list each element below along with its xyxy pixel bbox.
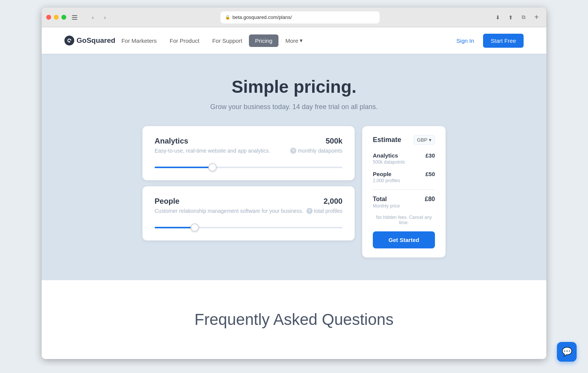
people-description: Customer relationship management softwar… xyxy=(155,208,303,214)
estimate-title: Estimate xyxy=(373,136,401,144)
nav-pricing[interactable]: Pricing xyxy=(249,34,278,47)
navbar: GoSquared For Marketers For Product For … xyxy=(42,27,546,54)
estimate-analytics-price: £30 xyxy=(425,152,435,159)
hero-subtitle: Grow your business today. 14 day free tr… xyxy=(49,103,539,111)
hero-section: Simple pricing. Grow your business today… xyxy=(42,54,546,126)
browser-nav-buttons: ‹ › xyxy=(88,12,110,23)
forward-button[interactable]: › xyxy=(100,12,110,23)
people-metric: ? total profiles xyxy=(307,208,342,214)
pricing-cards: Analytics 500k Easy-to-use, real-time we… xyxy=(142,126,355,258)
share-button[interactable]: ⬆ xyxy=(505,12,516,23)
sidebar-toggle-button[interactable] xyxy=(69,12,80,23)
close-button[interactable] xyxy=(46,15,51,20)
analytics-title: Analytics xyxy=(155,137,188,145)
analytics-info-icon[interactable]: ? xyxy=(290,148,296,154)
chevron-down-icon: ▾ xyxy=(300,37,303,44)
svg-rect-2 xyxy=(72,19,77,20)
nav-for-support[interactable]: For Support xyxy=(206,34,248,47)
start-free-button[interactable]: Start Free xyxy=(483,34,524,48)
get-started-button[interactable]: Get Started xyxy=(373,231,435,248)
lock-icon: 🔒 xyxy=(225,15,230,20)
estimate-people-sublabel: 2,000 profiles xyxy=(373,178,435,183)
sign-in-button[interactable]: Sign In xyxy=(452,34,479,47)
estimate-divider xyxy=(373,189,435,190)
estimate-total-price: £80 xyxy=(425,196,435,203)
chat-widget[interactable]: 💬 xyxy=(557,342,577,362)
url-text: beta.gosquared.com/plans/ xyxy=(233,14,292,20)
nav-more[interactable]: More ▾ xyxy=(279,34,309,47)
people-card: People 2,000 Customer relationship manag… xyxy=(142,186,355,240)
analytics-value: 500k xyxy=(326,137,343,145)
estimate-people-price: £50 xyxy=(425,171,435,177)
back-button[interactable]: ‹ xyxy=(88,12,98,23)
estimate-people-row: People £50 2,000 profiles xyxy=(373,171,435,183)
currency-chevron-icon: ▾ xyxy=(429,137,432,143)
download-button[interactable]: ⬇ xyxy=(493,12,503,23)
no-hidden-fees-text: No hidden fees. Cancel any time. xyxy=(373,215,435,225)
analytics-description: Easy-to-use, real-time website and app a… xyxy=(155,148,270,154)
currency-label: GBP xyxy=(417,137,427,143)
currency-selector[interactable]: GBP ▾ xyxy=(414,135,435,145)
nav-links: For Marketers For Product For Support Pr… xyxy=(115,34,452,47)
estimate-analytics-sublabel: 500k datapoints xyxy=(373,159,435,165)
address-bar[interactable]: 🔒 beta.gosquared.com/plans/ xyxy=(220,11,380,23)
new-tab-button[interactable]: + xyxy=(531,12,542,23)
minimize-button[interactable] xyxy=(54,15,59,20)
analytics-slider[interactable] xyxy=(155,167,342,168)
people-title: People xyxy=(155,197,180,206)
estimate-total-label: Total xyxy=(373,196,387,203)
estimate-total-sublabel: Monthly price xyxy=(373,203,435,209)
svg-rect-0 xyxy=(72,15,77,16)
nav-for-marketers[interactable]: For Marketers xyxy=(115,34,163,47)
pricing-section: Analytics 500k Easy-to-use, real-time we… xyxy=(86,126,502,280)
fullscreen-button[interactable] xyxy=(61,15,66,20)
estimate-people-label: People xyxy=(373,171,391,177)
bottom-section: Frequently Asked Questions xyxy=(42,280,546,359)
tabs-button[interactable]: ⧉ xyxy=(518,12,529,23)
estimate-card: Estimate GBP ▾ Analytics £30 500k datapo… xyxy=(362,126,446,258)
logo-text: GoSquared xyxy=(77,36,115,45)
nav-for-product[interactable]: For Product xyxy=(164,34,205,47)
faq-title: Frequently Asked Questions xyxy=(64,311,524,329)
people-slider[interactable] xyxy=(155,227,342,228)
analytics-metric: ? monthly datapoints xyxy=(290,148,342,154)
analytics-card: Analytics 500k Easy-to-use, real-time we… xyxy=(142,126,355,180)
svg-rect-1 xyxy=(72,17,77,18)
hero-title: Simple pricing. xyxy=(49,76,539,97)
estimate-analytics-label: Analytics xyxy=(373,152,398,159)
people-info-icon[interactable]: ? xyxy=(307,208,313,214)
estimate-total-row: Total £80 Monthly price xyxy=(373,196,435,209)
gosquared-logo-icon xyxy=(64,36,74,45)
estimate-analytics-row: Analytics £30 500k datapoints xyxy=(373,152,435,165)
svg-point-3 xyxy=(64,36,74,45)
logo[interactable]: GoSquared xyxy=(64,36,115,45)
traffic-lights xyxy=(46,15,66,20)
chat-icon: 💬 xyxy=(562,347,572,357)
people-value: 2,000 xyxy=(324,197,342,206)
